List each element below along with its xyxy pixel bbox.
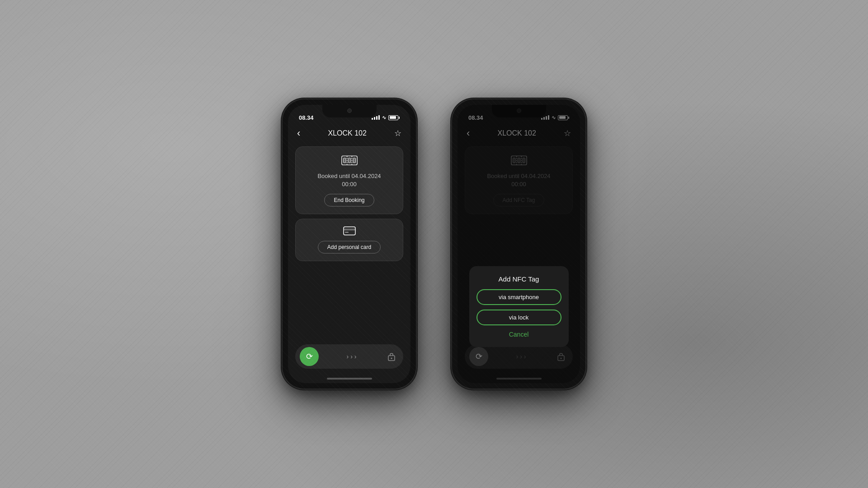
time-left: 08.34 <box>299 114 314 121</box>
end-booking-button[interactable]: End Booking <box>324 194 374 206</box>
svg-rect-2 <box>348 158 350 163</box>
content-left: Booked until 04.04.2024 00:00 End Bookin… <box>288 142 410 341</box>
notch-left <box>322 105 377 117</box>
home-indicator-left <box>288 374 410 383</box>
wifi-icon-left: ∿ <box>382 115 386 121</box>
svg-rect-5 <box>344 229 355 230</box>
svg-rect-1 <box>343 158 345 163</box>
arrows-left: › › › <box>322 353 381 360</box>
nfc-dialog: Add NFC Tag via smartphone via lock Canc… <box>469 266 569 347</box>
screen-left: 08.34 ∿ ‹ XLOCK 102 <box>288 105 410 383</box>
nfc-overlay: Add NFC Tag via smartphone via lock Canc… <box>458 105 580 383</box>
phone-right: 08.34 ∿ ‹ XLOCK 102 <box>452 99 585 389</box>
credit-card-icon-left <box>343 226 356 237</box>
booking-card-left: Booked until 04.04.2024 00:00 End Bookin… <box>295 146 403 214</box>
screen-right: 08.34 ∿ ‹ XLOCK 102 <box>458 105 580 383</box>
bar1 <box>372 118 373 120</box>
swipe-bar-left[interactable]: ⟳ › › › <box>295 344 403 369</box>
ticket-icon-left <box>341 154 358 169</box>
bar4 <box>378 115 380 120</box>
arrow2-left: › <box>350 353 353 360</box>
status-icons-left: ∿ <box>372 115 400 121</box>
add-personal-card-button[interactable]: Add personal card <box>318 241 381 253</box>
page-title-left: XLOCK 102 <box>328 129 366 137</box>
arrow3-left: › <box>354 353 357 360</box>
svg-rect-4 <box>344 227 355 235</box>
svg-rect-6 <box>345 232 349 233</box>
arrow1-left: › <box>346 353 349 360</box>
battery-left <box>388 115 400 120</box>
phone-left: 08.34 ∿ ‹ XLOCK 102 <box>283 99 416 389</box>
card-section-left: Add personal card <box>295 219 403 261</box>
nav-bar-left: ‹ XLOCK 102 ☆ <box>288 125 410 142</box>
bar2 <box>374 117 375 120</box>
svg-rect-3 <box>353 158 355 163</box>
nfc-dialog-title: Add NFC Tag <box>499 275 539 283</box>
svg-point-8 <box>391 358 392 359</box>
lock-icon-left <box>384 349 399 364</box>
booking-text-left: Booked until 04.04.2024 00:00 <box>317 172 381 188</box>
via-lock-button[interactable]: via lock <box>476 310 561 325</box>
camera-left <box>347 108 352 113</box>
star-button-left[interactable]: ☆ <box>394 128 401 138</box>
bar3 <box>376 116 377 120</box>
back-button-left[interactable]: ‹ <box>297 128 300 138</box>
swipe-circle-left[interactable]: ⟳ <box>300 347 319 366</box>
recycle-icon-left: ⟳ <box>306 352 313 361</box>
via-smartphone-button[interactable]: via smartphone <box>476 289 561 305</box>
nfc-cancel-button[interactable]: Cancel <box>509 331 529 338</box>
